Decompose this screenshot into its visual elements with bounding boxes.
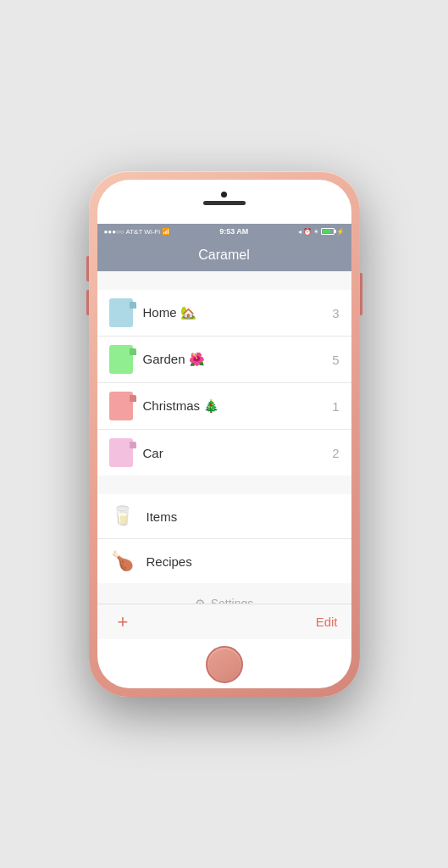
list-item-home[interactable]: Home 🏡 3 [97, 290, 351, 337]
list-count-car: 2 [332, 446, 339, 460]
wifi-icon: 📶 [162, 228, 170, 236]
list-count-christmas: 1 [332, 399, 339, 414]
volume-down-button [86, 290, 89, 315]
screen-content: ●●●○○ AT&T Wi-Fi 📶 9:53 AM ◂ ⏰ ✴ ⚡ Caram… [97, 224, 351, 639]
settings-row[interactable]: ⚙ Settings [97, 583, 351, 604]
status-left: ●●●○○ AT&T Wi-Fi 📶 [104, 228, 171, 236]
phone-screen: ●●●○○ AT&T Wi-Fi 📶 9:53 AM ◂ ⏰ ✴ ⚡ Caram… [97, 180, 351, 688]
battery-fill [323, 230, 331, 233]
list-label-christmas: Christmas 🎄 [143, 398, 333, 414]
add-button[interactable]: + [111, 608, 136, 637]
note-icon-car [109, 438, 133, 467]
location-icon: ◂ [298, 228, 301, 236]
recipes-label: Recipes [147, 554, 340, 569]
list-label-garden: Garden 🌺 [143, 352, 333, 367]
battery-icon [321, 228, 335, 235]
lists-section: Home 🏡 3 Garden 🌺 5 Christmas 🎄 1 [97, 290, 351, 476]
list-item-items[interactable]: 🥛 Items [97, 494, 351, 539]
section-gap-top [97, 271, 351, 290]
list-label-car: Car [143, 446, 333, 460]
list-count-garden: 5 [332, 353, 339, 367]
phone-frame: ●●●○○ AT&T Wi-Fi 📶 9:53 AM ◂ ⏰ ✴ ⚡ Caram… [89, 171, 360, 697]
nav-bar: Caramel [97, 239, 351, 271]
content-area: Home 🏡 3 Garden 🌺 5 Christmas 🎄 1 [97, 271, 351, 604]
note-icon-garden [109, 345, 133, 374]
list-item-garden[interactable]: Garden 🌺 5 [97, 337, 351, 383]
settings-label: Settings [211, 597, 254, 604]
recipes-icon: 🍗 [109, 548, 136, 575]
status-time: 9:53 AM [219, 227, 248, 236]
status-right: ◂ ⏰ ✴ ⚡ [298, 228, 345, 236]
section-gap-middle [97, 476, 351, 494]
list-count-home: 3 [332, 306, 339, 320]
carrier-label: ●●●○○ AT&T Wi-Fi [104, 228, 161, 236]
note-icon-christmas [109, 392, 133, 420]
items-label: Items [147, 509, 340, 524]
note-icon-home [109, 298, 133, 327]
bluetooth-icon: ✴ [313, 228, 319, 236]
edit-button[interactable]: Edit [316, 615, 338, 629]
list-item-christmas[interactable]: Christmas 🎄 1 [97, 383, 351, 430]
special-section: 🥛 Items 🍗 Recipes [97, 494, 351, 583]
camera [221, 192, 227, 198]
bottom-toolbar: + Edit [97, 604, 351, 639]
status-bar: ●●●○○ AT&T Wi-Fi 📶 9:53 AM ◂ ⏰ ✴ ⚡ [97, 224, 351, 239]
nav-title: Caramel [198, 248, 249, 263]
top-bar [203, 192, 246, 205]
items-icon: 🥛 [109, 503, 136, 530]
power-button [360, 273, 362, 315]
alarm-icon: ⏰ [303, 228, 312, 236]
charging-icon: ⚡ [336, 228, 345, 236]
list-item-recipes[interactable]: 🍗 Recipes [97, 539, 351, 583]
list-item-car[interactable]: Car 2 [97, 430, 351, 476]
gear-icon: ⚙ [195, 597, 206, 604]
volume-up-button [86, 256, 89, 281]
list-label-home: Home 🏡 [143, 305, 333, 320]
home-button[interactable] [206, 646, 243, 683]
speaker [203, 201, 246, 205]
